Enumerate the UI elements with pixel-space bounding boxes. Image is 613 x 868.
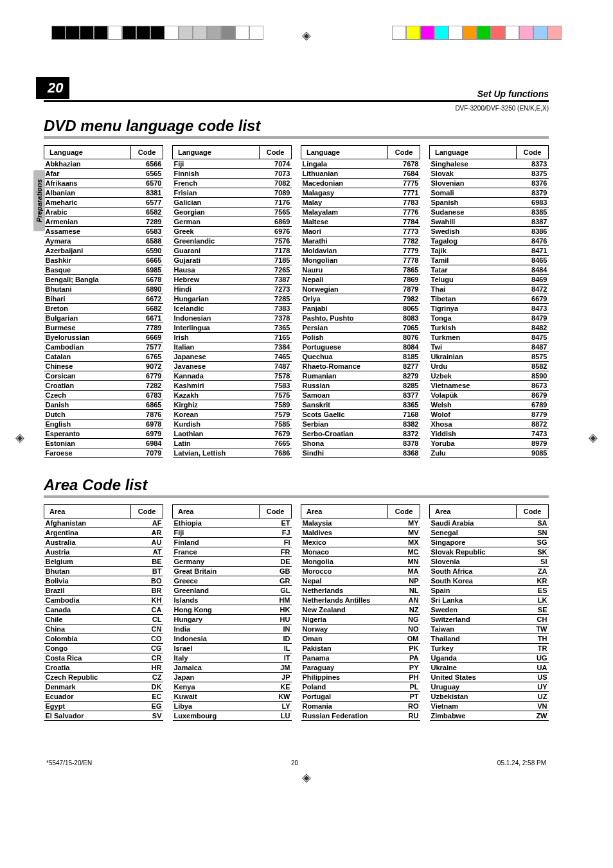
cell-name: Finland [173, 538, 260, 547]
cell-name: Jamaica [173, 663, 260, 673]
cell-code: RU [388, 711, 420, 721]
table-row: Catalan6765 [44, 352, 163, 362]
table-row: IsraelIL [173, 644, 292, 653]
crop-square [406, 26, 420, 40]
table-row: Arabic6582 [44, 208, 163, 217]
table-row: GreenlandGL [173, 586, 292, 596]
cell-name: France [173, 547, 260, 557]
table-row: Armenian7289 [44, 217, 163, 227]
cell-name: Nigeria [301, 615, 388, 624]
table-row: GreeceGR [173, 576, 292, 586]
column-header: Code [388, 505, 420, 518]
table-row: HungaryHU [173, 615, 292, 624]
cell-code: 7168 [388, 410, 420, 420]
cell-name: Ethiopia [173, 518, 260, 528]
cell-name: United States [430, 673, 517, 682]
data-table: LanguageCodeSinghalese8373Slovak8375Slov… [429, 145, 549, 458]
table-row: Malayalam7776 [301, 208, 420, 217]
cell-name: Bhutan [44, 567, 131, 576]
cell-code: 8277 [388, 362, 420, 371]
cell-code: 7585 [260, 420, 292, 429]
table-row: PortugalPT [301, 692, 420, 702]
cell-name: Fiji [173, 528, 260, 538]
cell-code: KR [517, 576, 549, 586]
crop-square [235, 26, 249, 40]
cell-code: 7686 [260, 448, 292, 458]
cell-name: Singapore [430, 538, 517, 547]
cell-name: Azerbaijani [44, 246, 131, 256]
crop-square [221, 26, 235, 40]
cell-code: TW [517, 624, 549, 634]
table-row: MalaysiaMY [301, 518, 420, 528]
cell-name: Spanish [430, 198, 517, 208]
cell-name: Uganda [430, 653, 517, 663]
cell-name: Belgium [44, 557, 131, 567]
table-row: German6869 [173, 217, 292, 227]
table-row: EgyptEG [44, 702, 163, 711]
cell-code: 8872 [517, 420, 549, 429]
cell-code: PH [388, 673, 420, 682]
table-row: Maori7773 [301, 227, 420, 236]
cell-code: 7776 [388, 208, 420, 217]
cell-name: Samoan [301, 391, 388, 400]
cell-code: 8469 [517, 275, 549, 285]
cell-code: GR [260, 576, 292, 586]
cell-code: 8378 [388, 439, 420, 448]
crop-square [150, 26, 164, 40]
table-row: BrazilBR [44, 586, 163, 596]
cell-code: BT [131, 567, 163, 576]
cell-code: BR [131, 586, 163, 596]
crop-square [392, 26, 406, 40]
table-row: KenyaKE [173, 682, 292, 692]
table-row: South KoreaKR [430, 576, 549, 586]
crop-square [505, 26, 519, 40]
table-row: Costa RicaCR [44, 653, 163, 663]
table-row: New ZealandNZ [301, 605, 420, 615]
cell-code: 8575 [517, 352, 549, 362]
table-row: Zulu9085 [430, 448, 549, 458]
table-row: UzbekistanUZ [430, 692, 549, 702]
cell-name: Tigrinya [430, 304, 517, 314]
section-title-language: DVD menu language code list [44, 117, 549, 135]
column-header: Code [388, 146, 420, 159]
table-row: MoroccoMA [301, 567, 420, 576]
cell-code: 8065 [388, 304, 420, 314]
cell-name: Quechua [301, 352, 388, 362]
table-row: Corsican6779 [44, 371, 163, 381]
cell-name: Nauru [301, 265, 388, 275]
table-row: Xhosa8872 [430, 420, 549, 429]
cell-name: Marathi [301, 236, 388, 246]
cell-name: Abkhazian [44, 159, 131, 169]
cell-code: 7176 [260, 198, 292, 208]
cell-code: 7079 [131, 448, 163, 458]
cell-code: 6765 [131, 352, 163, 362]
cell-code: 7784 [388, 217, 420, 227]
cell-code: 8373 [517, 159, 549, 169]
cell-code: 7678 [388, 159, 420, 169]
cell-code: 7773 [388, 227, 420, 236]
table-row: Thai8472 [430, 285, 549, 294]
cell-code: 7383 [260, 304, 292, 314]
table-row: Somali8379 [430, 188, 549, 198]
cell-name: Shona [301, 439, 388, 448]
cell-code: PT [388, 692, 420, 702]
cell-name: Tibetan [430, 294, 517, 304]
table-row: Bashkir6665 [44, 256, 163, 265]
table-row: IndiaIN [173, 624, 292, 634]
column-header: Area [173, 505, 260, 518]
cell-code: 6582 [131, 208, 163, 217]
cell-name: Interlingua [173, 323, 260, 333]
data-table: AreaCodeAfghanistanAFArgentinaARAustrali… [44, 504, 163, 721]
table-row: Hausa7265 [173, 265, 292, 275]
cell-code: MY [388, 518, 420, 528]
column-header: Language [301, 146, 388, 159]
table-row: ThailandTH [430, 634, 549, 644]
cell-code: 6984 [131, 439, 163, 448]
footer-center: 20 [291, 759, 298, 766]
cell-name: Mexico [301, 538, 388, 547]
cell-code: JP [260, 673, 292, 682]
table-row: Twi8487 [430, 342, 549, 352]
data-table: AreaCodeEthiopiaETFijiFJFinlandFIFranceF… [172, 504, 292, 721]
cell-code: 7089 [260, 188, 292, 198]
table-row: CambodiaKH [44, 596, 163, 605]
